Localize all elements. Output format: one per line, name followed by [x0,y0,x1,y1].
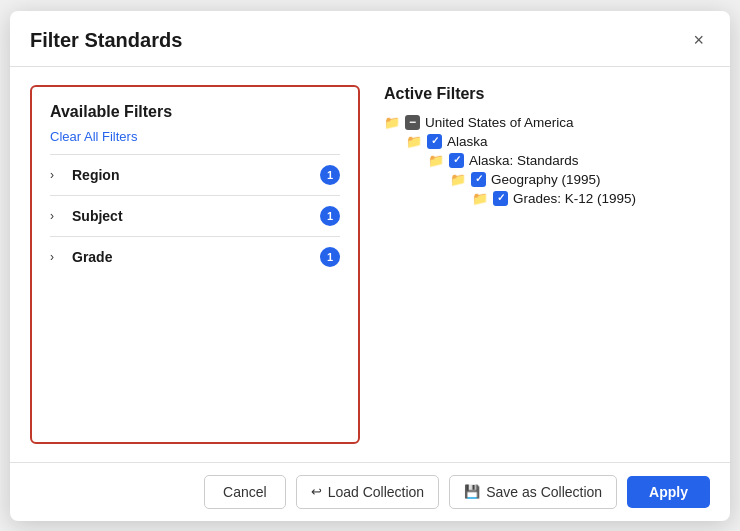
checkbox-geography[interactable] [471,172,486,187]
load-icon: ↩ [311,484,322,499]
load-collection-button[interactable]: ↩ Load Collection [296,475,440,509]
label-geography: Geography (1995) [491,172,601,187]
region-label: Region [72,167,312,183]
grade-label: Grade [72,249,312,265]
folder-icon-grades: 📁 [472,191,488,206]
region-chevron-icon: › [50,168,64,182]
tree-node-usa: 📁 United States of America [384,113,710,132]
save-icon: 💾 [464,484,480,499]
save-label: Save as Collection [486,484,602,500]
label-alaska-standards: Alaska: Standards [469,153,579,168]
folder-icon-alaska-standards: 📁 [428,153,444,168]
checkbox-grades[interactable] [493,191,508,206]
folder-icon-geography: 📁 [450,172,466,187]
folder-icon-alaska: 📁 [406,134,422,149]
filter-standards-dialog: Filter Standards × Available Filters Cle… [10,11,730,521]
save-collection-button[interactable]: 💾 Save as Collection [449,475,617,509]
tree-node-geography: 📁 Geography (1995) [450,170,710,189]
label-grades: Grades: K-12 (1995) [513,191,636,206]
tree-node-alaska: 📁 Alaska [406,132,710,151]
close-button[interactable]: × [687,29,710,51]
dialog-title: Filter Standards [30,29,182,52]
checkbox-alaska-standards[interactable] [449,153,464,168]
available-filters-title: Available Filters [50,103,340,121]
apply-button[interactable]: Apply [627,476,710,508]
label-usa: United States of America [425,115,574,130]
active-filters-panel: Active Filters 📁 United States of Americ… [384,85,710,444]
subject-badge: 1 [320,206,340,226]
dialog-body: Available Filters Clear All Filters › Re… [10,67,730,462]
tree-node-grades: 📁 Grades: K-12 (1995) [472,189,710,208]
dialog-header: Filter Standards × [10,11,730,67]
label-alaska: Alaska [447,134,488,149]
checkbox-alaska[interactable] [427,134,442,149]
grade-badge: 1 [320,247,340,267]
available-filters-panel: Available Filters Clear All Filters › Re… [30,85,360,444]
filter-item-region[interactable]: › Region 1 [50,154,340,195]
subject-label: Subject [72,208,312,224]
dialog-footer: Cancel ↩ Load Collection 💾 Save as Colle… [10,462,730,521]
subject-chevron-icon: › [50,209,64,223]
filter-tree: 📁 United States of America 📁 Alaska 📁 [384,113,710,208]
filter-item-subject[interactable]: › Subject 1 [50,195,340,236]
cancel-button[interactable]: Cancel [204,475,286,509]
region-badge: 1 [320,165,340,185]
folder-icon-usa: 📁 [384,115,400,130]
clear-all-filters-link[interactable]: Clear All Filters [50,129,137,144]
grade-chevron-icon: › [50,250,64,264]
filter-item-grade[interactable]: › Grade 1 [50,236,340,277]
checkbox-usa[interactable] [405,115,420,130]
active-filters-title: Active Filters [384,85,710,103]
load-label: Load Collection [328,484,425,500]
tree-node-alaska-standards: 📁 Alaska: Standards [428,151,710,170]
